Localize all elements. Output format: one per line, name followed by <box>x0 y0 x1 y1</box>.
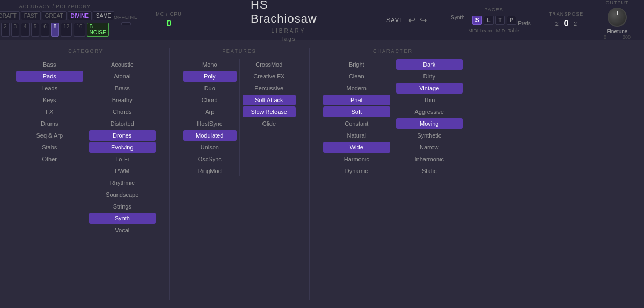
pages-row: Synth — S L T P — Prefs <box>451 15 537 26</box>
tag-synthetic[interactable]: Synthetic <box>396 130 463 141</box>
tag-slow-release[interactable]: Slow Release <box>243 106 296 117</box>
tag-atonal[interactable]: Atonal <box>89 71 156 82</box>
poly-12[interactable]: 12 <box>61 23 72 37</box>
tag-pwm[interactable]: PWM <box>89 166 156 176</box>
tag-crossmod[interactable]: CrossMod <box>243 59 296 70</box>
tag-strings[interactable]: Strings <box>89 201 156 212</box>
tag-glide[interactable]: Glide <box>243 118 296 129</box>
poly-8[interactable]: 8 <box>51 23 60 37</box>
tag-wide[interactable]: Wide <box>323 142 390 153</box>
tag-dirty[interactable]: Dirty <box>396 71 463 82</box>
tag-fx[interactable]: FX <box>16 106 83 117</box>
tag-narrow[interactable]: Narrow <box>396 142 463 153</box>
poly-3[interactable]: 3 <box>11 23 20 37</box>
tag-oscsync[interactable]: OscSync <box>183 154 237 164</box>
poly-2[interactable]: 2 <box>1 23 10 37</box>
transpose-label: TRANSPOSE <box>549 11 584 17</box>
arrow-right-button[interactable]: ↪ <box>420 15 427 25</box>
poly-bnoise[interactable]: B-NOISE <box>87 23 109 37</box>
tag-soft[interactable]: Soft <box>323 106 390 117</box>
tag-vintage[interactable]: Vintage <box>396 83 463 94</box>
tag-moving[interactable]: Moving <box>396 118 463 129</box>
tag-unison[interactable]: Unison <box>183 142 237 153</box>
midi-table-label[interactable]: MIDI Table <box>496 28 519 33</box>
accuracy-section: ACCURACY / POLYPHONY DRAFT FAST GREAT DI… <box>5 4 105 37</box>
tag-keys[interactable]: Keys <box>16 95 83 105</box>
tag-evolving[interactable]: Evolving <box>89 142 156 153</box>
tag-poly[interactable]: Poly <box>183 71 237 82</box>
page-s[interactable]: S <box>472 16 482 25</box>
page-l[interactable]: L <box>484 16 493 25</box>
title-section: HS Brachiosaw LIBRARY Tags <box>207 0 370 42</box>
offline-section: OFFLINE <box>110 15 142 25</box>
acc-fast[interactable]: FAST <box>21 11 41 20</box>
top-bar: ACCURACY / POLYPHONY DRAFT FAST GREAT DI… <box>0 0 644 40</box>
tag-harmonic[interactable]: Harmonic <box>323 154 390 164</box>
transpose-right: 2 <box>574 20 577 27</box>
save-button[interactable]: SAVE <box>386 17 404 23</box>
poly-16[interactable]: 16 <box>74 23 85 37</box>
acc-draft[interactable]: DRAFT <box>0 11 20 20</box>
tag-aggressive[interactable]: Aggressive <box>396 106 463 117</box>
tag-other[interactable]: Other <box>16 154 83 164</box>
tag-rhythmic[interactable]: Rhythmic <box>89 177 156 188</box>
poly-6[interactable]: 6 <box>41 23 49 37</box>
tag-chords[interactable]: Chords <box>89 106 156 117</box>
category-panel: CATEGORY BassPadsLeadsKeysFXDrumsSeq & A… <box>16 48 156 300</box>
tag-leads[interactable]: Leads <box>16 83 83 94</box>
tag-drums[interactable]: Drums <box>16 118 83 129</box>
tag-pads[interactable]: Pads <box>16 71 83 82</box>
tag-drones[interactable]: Drones <box>89 130 156 141</box>
tag-mono[interactable]: Mono <box>183 59 237 70</box>
mc-cpu-label: MC / CPU <box>156 11 182 17</box>
tag-percussive[interactable]: Percussive <box>243 83 296 94</box>
page-p[interactable]: P <box>507 16 517 25</box>
acc-great[interactable]: GREAT <box>42 11 67 20</box>
poly-5[interactable]: 5 <box>31 23 40 37</box>
tag-distorted[interactable]: Distorted <box>89 118 156 129</box>
offline-btn[interactable] <box>121 22 131 25</box>
page-t[interactable]: T <box>495 16 505 25</box>
tag-modern[interactable]: Modern <box>323 83 390 94</box>
tag-duo[interactable]: Duo <box>183 83 237 94</box>
arrow-left-button[interactable]: ↩ <box>408 15 415 25</box>
category-title: CATEGORY <box>16 48 156 54</box>
tag-creative-fx[interactable]: Creative FX <box>243 71 296 82</box>
tag-soft-attack[interactable]: Soft Attack <box>243 95 296 105</box>
tag-hostsync[interactable]: HostSync <box>183 118 237 129</box>
character-col-right: DarkDirtyVintageThinAggressiveMovingSynt… <box>393 59 463 176</box>
tag-thin[interactable]: Thin <box>396 95 463 105</box>
tag-seq---arp[interactable]: Seq & Arp <box>16 130 83 141</box>
tag-bright[interactable]: Bright <box>323 59 390 70</box>
tag-breathy[interactable]: Breathy <box>89 95 156 105</box>
tag-stabs[interactable]: Stabs <box>16 142 83 153</box>
features-col-right: CrossModCreative FXPercussiveSoft Attack… <box>240 59 296 176</box>
tag-natural[interactable]: Natural <box>323 130 390 141</box>
transpose-controls: 2 0 2 <box>555 19 577 28</box>
tag-soundscape[interactable]: Soundscape <box>89 189 156 200</box>
poly-4[interactable]: 4 <box>21 23 30 37</box>
tag-inharmonic[interactable]: Inharmonic <box>396 154 463 164</box>
tag-phat[interactable]: Phat <box>323 95 390 105</box>
tag-acoustic[interactable]: Acoustic <box>89 59 156 70</box>
tag-dark[interactable]: Dark <box>396 59 463 70</box>
acc-divine[interactable]: DIVINE <box>68 11 92 20</box>
tag-brass[interactable]: Brass <box>89 83 156 94</box>
tag-clean[interactable]: Clean <box>323 71 390 82</box>
tag-bass[interactable]: Bass <box>16 59 83 70</box>
tag-lo-fi[interactable]: Lo-Fi <box>89 154 156 164</box>
tag-chord[interactable]: Chord <box>183 95 237 105</box>
category-col-right: AcousticAtonalBrassBreathyChordsDistorte… <box>86 59 156 235</box>
tag-vocal[interactable]: Vocal <box>89 225 156 235</box>
features-columns: MonoPolyDuoChordArpHostSyncModulatedUnis… <box>183 59 296 176</box>
tag-static[interactable]: Static <box>396 166 463 176</box>
tag-arp[interactable]: Arp <box>183 106 237 117</box>
tag-constant[interactable]: Constant <box>323 118 390 129</box>
midi-learn-label[interactable]: MIDI Learn <box>468 28 492 33</box>
tag-ringmod[interactable]: RingMod <box>183 166 237 176</box>
tag-modulated[interactable]: Modulated <box>183 130 237 141</box>
save-section: SAVE ↩ ↪ <box>386 15 451 25</box>
tag-dynamic[interactable]: Dynamic <box>323 166 390 176</box>
tag-synth[interactable]: Synth <box>89 213 156 224</box>
output-knob[interactable] <box>608 8 627 27</box>
